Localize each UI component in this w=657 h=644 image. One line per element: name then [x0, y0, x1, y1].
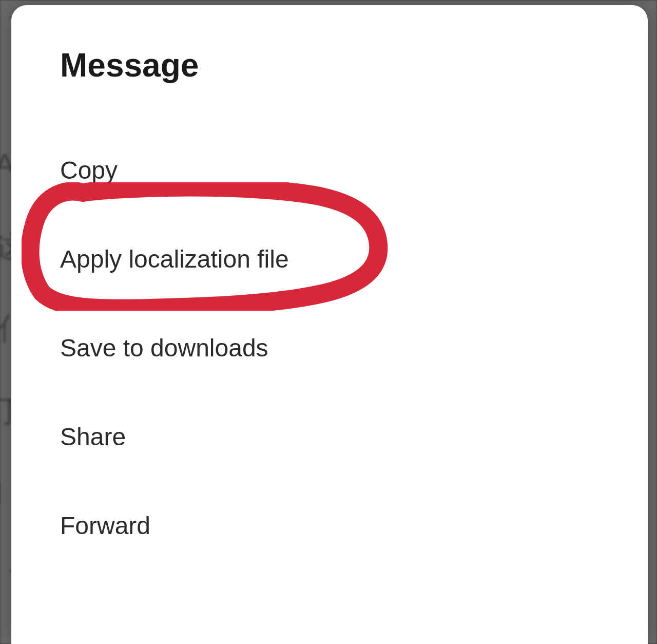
menu-item-label: Copy	[60, 157, 118, 184]
menu-item-save-to-downloads[interactable]: Save to downloads	[60, 334, 602, 362]
menu-item-copy[interactable]: Copy	[60, 156, 602, 184]
dialog-title: Message	[60, 46, 602, 84]
menu-item-label: Forward	[60, 512, 150, 539]
menu-item-label: Apply localization file	[60, 245, 289, 273]
message-context-menu: Message Copy Apply localization file Sav…	[11, 5, 648, 644]
menu-item-share[interactable]: Share	[60, 423, 602, 451]
menu-item-forward[interactable]: Forward	[60, 512, 602, 540]
menu-item-label: Share	[60, 423, 126, 450]
menu-item-label: Save to downloads	[60, 334, 268, 362]
menu-item-apply-localization-file[interactable]: Apply localization file	[60, 245, 602, 273]
